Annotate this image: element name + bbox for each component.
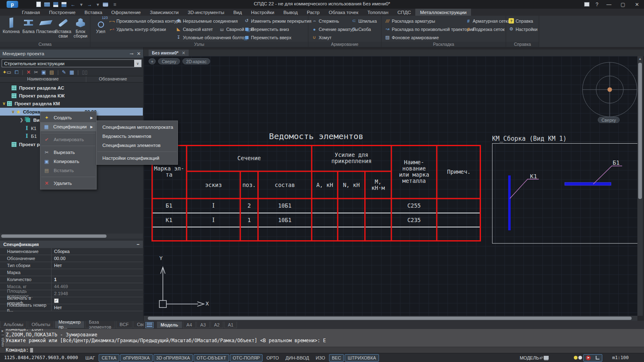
maximize-button[interactable]: ▢ (616, 0, 630, 9)
prop-value[interactable]: 1 (52, 276, 143, 283)
spravka-button[interactable]: ?Справка (509, 17, 533, 24)
skoba-button[interactable]: ⊓Скоба (351, 26, 371, 33)
tab-vstavka[interactable]: Вставка (80, 9, 107, 16)
tree-item-proekt-kzh[interactable]: Проект раздела КЖ (0, 92, 143, 99)
include-in-spec-checkbox[interactable]: ✓ (54, 298, 59, 303)
ucs-toggle-icon[interactable] (593, 354, 601, 362)
fonovoe-armirovanie-button[interactable]: ▨Фоновое армирование (385, 34, 439, 41)
tab-metallokonstrukcii[interactable]: Металлоконструкции (415, 9, 471, 16)
toggle-din-vvod[interactable]: ДИН-ВВОД (283, 354, 312, 362)
column-oboznachenie[interactable]: Обозначение (86, 76, 140, 82)
armaturnaya-setka-button[interactable]: #Арматурная сетка (466, 17, 510, 24)
prop-value[interactable]: 00.00 (52, 255, 143, 262)
doc-close-icon[interactable]: ✕ (182, 50, 185, 55)
oboznacheniya-boltov-button[interactable]: ↧Условные обозначения болтов (176, 34, 246, 41)
canvas-vscroll-thumb[interactable] (638, 63, 642, 199)
prop-value[interactable]: Нет (52, 304, 143, 311)
toggle-izo[interactable]: ИЗО (313, 354, 328, 362)
tab-glavnaya[interactable]: Главная (17, 9, 45, 16)
peremestit-vverh-button[interactable]: Переместить вверх (244, 34, 291, 41)
panel-hscroll-thumb[interactable] (1, 234, 107, 238)
layout-tab-a3[interactable]: A3 (197, 322, 209, 328)
toggle-orto[interactable]: ОРТО (263, 354, 282, 362)
view-direction-button[interactable]: Сверху (158, 58, 180, 64)
menu-item-sozdat[interactable]: ✦Создать▶ (40, 113, 96, 122)
proizvolnaya-obrezka-button[interactable]: ⌐¬Произвольная обрезка контура (109, 17, 181, 24)
chevron-collapsed-icon[interactable]: ❯ (20, 118, 23, 122)
delete-icon[interactable]: ✕ (26, 69, 31, 75)
scroll-up-icon[interactable]: ▲ (637, 56, 643, 62)
toggle-3d-oprivyazka[interactable]: 3D оПРИВЯЗКА (154, 354, 193, 362)
panel-hscrollbar[interactable] (0, 234, 143, 239)
toggle-ves[interactable]: ВЕС (329, 354, 344, 362)
panel-close-icon[interactable]: ✕ (137, 51, 141, 57)
canvas-hscroll-thumb[interactable] (148, 317, 632, 320)
layout-list-icon[interactable] (145, 322, 154, 328)
command-pin-icon[interactable]: ⊸ (1, 333, 4, 337)
toggle-setka[interactable]: СЕТКА (99, 354, 119, 362)
raskladka-traektoriya-button[interactable]: ↝Раскладка по произвольной траектории (385, 26, 474, 33)
tab-baza-elementov[interactable]: База элементов (85, 321, 115, 328)
help-icon[interactable]: ? (592, 0, 602, 9)
minimize-button[interactable]: — (602, 0, 616, 9)
command-close-icon[interactable]: ✕ (1, 329, 4, 333)
shpilka-button[interactable]: ⊂Шпилька (351, 17, 377, 24)
tab-bcf[interactable]: BCF (116, 321, 133, 328)
lamp-cursor-icon[interactable] (574, 354, 578, 362)
homut-button[interactable]: ∪Хомут (312, 34, 331, 41)
mark-label-b1[interactable]: Б1 (613, 159, 620, 166)
canvas-vscrollbar[interactable]: ▲ (637, 56, 643, 316)
tab-postroenie[interactable]: Построение (45, 9, 80, 16)
compass-view-label[interactable]: Сверху (598, 117, 620, 123)
navigation-compass[interactable] (581, 61, 637, 118)
scale-indicator[interactable]: m1:100 (603, 355, 638, 360)
layout-tab-a2[interactable]: A2 (211, 322, 223, 328)
udalit-kontur-button[interactable]: ⌐xУдалить контур обрезки (109, 26, 166, 33)
collapse-icon[interactable]: − (137, 242, 140, 247)
uzel-button[interactable]: 123 Узел (92, 17, 109, 41)
toggle-ots-polyar[interactable]: ОТС-ПОЛЯР (230, 354, 263, 362)
project-type-combo[interactable]: Строительные конструкции ∨ (2, 59, 142, 67)
document-tab[interactable]: Без имени0*✕ (149, 50, 189, 56)
selection-cycling-icon[interactable]: ➤ (584, 354, 592, 362)
cut-icon[interactable]: ✂ (34, 69, 38, 75)
menu-item-kopirovat[interactable]: ▣Копировать (40, 157, 96, 166)
tab-oformlenie[interactable]: Оформление (107, 9, 145, 16)
tab-obekty[interactable]: Объекты (28, 321, 54, 328)
tab-albomy[interactable]: Альбомы (0, 321, 27, 328)
canvas-hscrollbar[interactable] (144, 316, 637, 321)
prop-value[interactable]: Нет (52, 262, 143, 269)
tab-menedzher-proekta[interactable]: Менеджер пр... (55, 321, 84, 328)
tab-rastr[interactable]: Растр (302, 9, 324, 16)
nastroyki-button[interactable]: ⚙Настройки (509, 26, 537, 33)
balka-button[interactable]: Балка (20, 17, 37, 41)
tab-zavisimosti[interactable]: Зависимости (145, 9, 183, 16)
nerazemnye-soedineniya-button[interactable]: ✱Неразъемные соединения (176, 17, 238, 24)
chevron-expanded-icon[interactable]: ∨ (2, 101, 5, 106)
layout-tab-a1[interactable]: A1 (224, 322, 237, 328)
annotation-scale-icon[interactable]: aᵇ (540, 354, 543, 362)
paste-icon[interactable]: ▤ (50, 69, 54, 75)
close-button[interactable]: ✕ (630, 0, 644, 9)
layout-tab-model[interactable]: Модель (157, 322, 182, 328)
monitor-icon[interactable] (544, 354, 549, 362)
toggle-ots-obekt[interactable]: ОТС-ОБЪЕКТ (194, 354, 229, 362)
sterzhen-button[interactable]: ⌢Стержень (312, 17, 339, 24)
layout-tab-a4[interactable]: A4 (183, 322, 196, 328)
visual-style-button[interactable]: 2D-каркас (182, 58, 210, 64)
vstavka-svai-button[interactable]: Вставка сваи (54, 17, 72, 41)
column-naimenovanie[interactable]: Наименование (0, 76, 86, 82)
submenu-item-nastroyki-spec[interactable]: Настройки спецификаций (97, 154, 178, 163)
toggle-shtrihovka[interactable]: ШТРИХОВКА (345, 354, 379, 362)
command-input-row[interactable]: Команда: (0, 347, 644, 353)
copy-icon[interactable]: ▣ (41, 69, 46, 75)
plastina-button[interactable]: Пластина (37, 17, 54, 41)
viewport-plus-button[interactable]: + (149, 58, 156, 64)
svarnoy-katet-button[interactable]: ◣Сварной катет (176, 26, 213, 33)
menu-item-specifikacii[interactable]: ▦Спецификации▶ (40, 122, 96, 131)
peremestit-vniz-button[interactable]: Переместить вниз (244, 26, 289, 33)
window-icon[interactable]: ⧠ (14, 69, 19, 75)
tab-vyvod[interactable]: Вывод (279, 9, 302, 16)
tab-nastroyki[interactable]: Настройки (246, 9, 279, 16)
prop-value[interactable]: Сборка (52, 248, 143, 255)
